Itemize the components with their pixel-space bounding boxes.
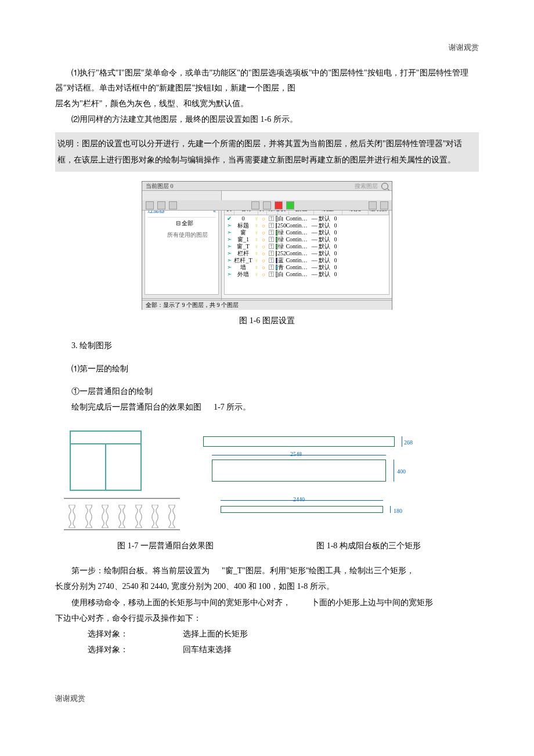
caption-1-6: 图 1-6 图层设置 <box>55 313 479 328</box>
footer-thanks: 谢谢观赏 <box>55 692 479 705</box>
dim-2440: 2440 <box>293 494 305 505</box>
caption-1-8: 图 1-8 构成阳台板的三个矩形 <box>267 538 470 553</box>
dim-268: 268 <box>404 437 413 448</box>
step-2-line-a: 使用移动命令，移动上面的长矩形与中间的宽矩形中心对齐， 卜面的小矩形上边与中间的… <box>55 595 479 610</box>
figure-1-7 <box>64 431 180 535</box>
paragraph-3: ⑵用同样的方法建立其他图层，最终的图层设置如图 1-6 所示。 <box>55 112 479 126</box>
dim-2548: 2548 <box>290 449 302 460</box>
new-group-icon[interactable] <box>157 201 165 209</box>
filter-tree-root[interactable]: ⊟ 全部 <box>147 218 216 229</box>
dim-400: 400 <box>397 466 406 477</box>
explanation-note: 说明：图层的设置也可以分开进行，先建一个所需的图层，并将其置为当前图层，然后关闭… <box>55 132 479 172</box>
step-1-line-b: 长度分别为 2740、2540 和 2440, 宽度分别为 200、400 和 … <box>55 579 479 594</box>
step-1-line-a: 第一步：绘制阳台板。将当前层设置为 "窗_T"图层。利用"矩形"绘图工具，绘制出… <box>55 563 479 578</box>
paragraph-2: 层名为"栏杆"，颜色为灰色，线型、和线宽为默认值。 <box>55 96 479 111</box>
lm-search-hint: 搜索图层 <box>355 181 378 191</box>
toggle2-icon[interactable] <box>263 201 271 209</box>
cmd-row-2: 选择对象： 回车结束选择 <box>55 642 479 657</box>
rect-mid <box>212 460 386 482</box>
layers-icon[interactable] <box>169 201 177 209</box>
heading-3: 3. 绘制图形 <box>55 338 479 353</box>
dim-180: 180 <box>394 506 402 516</box>
caption-1-7: 图 1-7 一层普通阳台效果图 <box>64 538 267 553</box>
layer-row[interactable]: ➣外墙♀☼⚿白Contin…— 默认0 <box>225 271 389 278</box>
window-frame-drawing <box>70 431 142 491</box>
delete-layer-icon[interactable] <box>275 201 283 209</box>
settings-icon[interactable] <box>380 201 388 209</box>
figure-1-6-layer-manager: 当前图层 0 搜索图层 过滤器 « <box>55 181 479 310</box>
lm-titlebar: 当前图层 0 搜索图层 <box>142 182 392 191</box>
lm-current-layer: 当前图层 0 <box>146 181 174 191</box>
rect-bot <box>221 506 383 513</box>
lm-status-bar: 全部：显示了 9 个图层，共 9 个图层 <box>142 300 392 310</box>
sub-heading-1: ⑴第一层的绘制 <box>55 361 479 376</box>
rect-top <box>203 436 395 447</box>
figure-1-8: 268 2548 400 2440 180 <box>203 425 470 535</box>
paragraph-done: 绘制完成后一层普通阳台的效果如图 1-7 所示。 <box>55 400 479 414</box>
step-2-line-b: 下边中心对齐，命令行提示及操作如下： <box>55 611 479 625</box>
balcony-rail-drawing <box>64 498 180 530</box>
figures-row: 268 2548 400 2440 180 <box>64 425 470 535</box>
lm-toolbar <box>142 200 392 211</box>
paragraph-1: ⑴执行"格式"I"图层"菜单命令，或单击"功能区"的"图层选项选项板"中的"图层… <box>55 66 479 95</box>
filter-tree-used[interactable]: 所有使用的图层 <box>147 229 216 241</box>
header-thanks: 谢谢观赏 <box>55 41 479 54</box>
sub-heading-2: ①一层普通阳台的绘制 <box>55 384 479 399</box>
toggle-icon[interactable] <box>251 201 259 209</box>
refresh-icon[interactable] <box>369 201 377 209</box>
set-current-icon[interactable] <box>286 201 294 209</box>
search-icon[interactable] <box>381 183 388 190</box>
cmd-row-1: 选择对象： 选择上面的长矩形 <box>55 627 479 641</box>
new-layer-icon[interactable] <box>146 201 154 209</box>
